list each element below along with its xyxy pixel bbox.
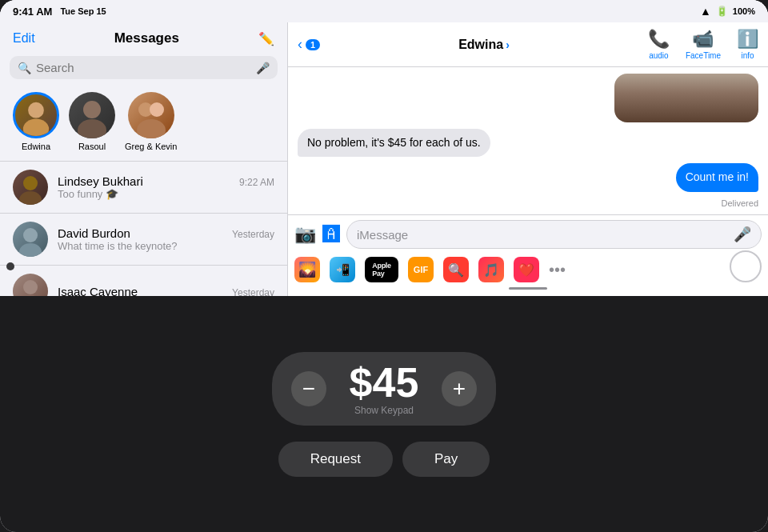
msg-time-lindsey: 9:22 AM xyxy=(239,177,274,188)
msg-content-lindsey: Lindsey Bukhari 9:22 AM Too funny 🎓 xyxy=(58,174,274,200)
svg-point-0 xyxy=(28,102,44,118)
imessage-input[interactable]: iMessage 🎤 xyxy=(346,220,762,249)
search-messages-icon[interactable]: 🔍 xyxy=(443,257,469,282)
status-date: Tue Sep 15 xyxy=(60,6,106,16)
imessage-placeholder: iMessage xyxy=(357,228,408,242)
audio-input-icon[interactable]: 🎤 xyxy=(734,226,751,243)
battery-level: 100% xyxy=(733,6,755,16)
chat-input-row: 📷 🅰 iMessage 🎤 xyxy=(294,220,762,249)
facetime-label: FaceTime xyxy=(686,51,721,60)
status-time: 9:41 AM xyxy=(13,6,52,18)
avatar-item-greg-kevin[interactable]: Greg & Kevin xyxy=(125,92,177,151)
search-bar[interactable]: 🔍 🎤 xyxy=(10,56,278,79)
avatar-lindsey xyxy=(13,170,48,205)
gif-icon[interactable]: GIF xyxy=(408,257,434,282)
pay-plus-button[interactable]: + xyxy=(442,371,477,406)
pay-amount-value: $45 xyxy=(350,362,419,403)
chat-actions: 📞 audio 📹 FaceTime ℹ️ info xyxy=(648,29,758,60)
svg-point-5 xyxy=(150,102,164,117)
music-icon[interactable]: 🎵 xyxy=(478,257,504,282)
app-store-button[interactable]: 🅰 xyxy=(322,224,340,245)
avatar-row: Edwina Rasoul Greg & Kevin xyxy=(0,86,287,161)
compose-button[interactable]: ✏️ xyxy=(258,31,274,46)
pay-amount-display: $45 Show Keypad xyxy=(326,362,442,416)
pay-action-buttons: Request Pay xyxy=(278,442,490,477)
svg-point-3 xyxy=(78,119,106,138)
audio-call-button[interactable]: 📞 audio xyxy=(648,29,670,60)
divider xyxy=(509,287,547,290)
apps-icon[interactable]: 📲 xyxy=(330,257,355,282)
pay-minus-button[interactable]: − xyxy=(291,371,326,406)
msg-name-lindsey: Lindsey Bukhari xyxy=(58,174,143,188)
wifi-icon: ▲ xyxy=(700,5,711,18)
request-button[interactable]: Request xyxy=(278,442,393,477)
back-badge: 1 xyxy=(306,39,320,50)
svg-point-2 xyxy=(83,101,101,118)
edit-button[interactable]: Edit xyxy=(13,31,35,46)
facetime-button[interactable]: 📹 FaceTime xyxy=(686,29,721,60)
info-label: info xyxy=(741,51,754,60)
apple-pay-icon[interactable]: ApplePay xyxy=(365,257,398,282)
contact-name-text: Edwina xyxy=(458,38,503,52)
photo-inner xyxy=(614,74,758,122)
info-button[interactable]: ℹ️ info xyxy=(737,29,758,60)
avatar-item-rasoul[interactable]: Rasoul xyxy=(69,92,115,151)
avatar-david xyxy=(13,222,48,257)
contact-name[interactable]: Edwina › xyxy=(458,38,510,52)
status-bar: 9:41 AM Tue Sep 15 ▲ 🔋 100% xyxy=(0,0,768,22)
svg-point-12 xyxy=(19,295,42,296)
messages-sidebar: Edit Messages ✏️ 🔍 🎤 Edwina xyxy=(0,0,288,296)
sidebar-title: Messages xyxy=(35,30,258,46)
home-button[interactable] xyxy=(730,250,762,282)
audio-label: audio xyxy=(649,51,668,60)
conversation-lindsey[interactable]: Lindsey Bukhari 9:22 AM Too funny 🎓 xyxy=(0,161,287,213)
show-keypad-label[interactable]: Show Keypad xyxy=(354,405,414,416)
photo-message xyxy=(614,74,758,122)
pay-amount-control: − $45 Show Keypad + xyxy=(272,352,496,426)
avatar-circle-rasoul xyxy=(69,92,115,138)
heart-icon[interactable]: ❤️ xyxy=(514,257,539,282)
msg-time-isaac: Yesterday xyxy=(232,287,274,297)
msg-content-david: David Burdon Yesterday What time is the … xyxy=(58,226,274,252)
chat-messages: No problem, it's $45 for each of us. Cou… xyxy=(288,67,768,214)
avatar-circle-greg xyxy=(128,92,174,138)
contact-chevron-icon: › xyxy=(506,38,510,51)
back-chevron-icon: ‹ xyxy=(298,36,302,53)
svg-point-11 xyxy=(23,280,38,294)
pay-button[interactable]: Pay xyxy=(402,442,490,477)
message-list: Lindsey Bukhari 9:22 AM Too funny 🎓 Davi… xyxy=(0,161,287,296)
svg-point-10 xyxy=(19,243,42,257)
message-sent: Count me in! xyxy=(676,163,758,192)
apple-pay-section: − $45 Show Keypad + Request Pay xyxy=(0,296,768,532)
camera-button[interactable]: 📷 xyxy=(294,224,316,245)
conversation-isaac[interactable]: Isaac Cayenne Yesterday xyxy=(0,265,287,296)
msg-content-isaac: Isaac Cayenne Yesterday xyxy=(58,285,274,297)
app-strip: 🌄 📲 ApplePay GIF 🔍 🎵 ❤️ ••• xyxy=(294,254,762,286)
side-dot xyxy=(6,262,14,270)
video-icon: 📹 xyxy=(692,29,714,50)
avatar-label-rasoul: Rasoul xyxy=(78,142,106,151)
chat-pane: ‹ 1 Edwina › 📞 audio 📹 FaceTime xyxy=(288,0,768,296)
search-icon: 🔍 xyxy=(18,62,31,74)
back-button[interactable]: ‹ 1 xyxy=(298,36,320,53)
more-apps-icon[interactable]: ••• xyxy=(549,261,566,279)
avatar-circle-edwina xyxy=(13,92,59,138)
avatar-label-greg-kevin: Greg & Kevin xyxy=(125,142,177,151)
msg-preview-david: What time is the keynote? xyxy=(58,240,274,252)
msg-name-david: David Burdon xyxy=(58,226,130,240)
info-icon: ℹ️ xyxy=(737,29,758,50)
svg-point-9 xyxy=(23,228,38,242)
mic-icon[interactable]: 🎤 xyxy=(256,62,270,74)
chat-input-area: 📷 🅰 iMessage 🎤 🌄 📲 ApplePay GIF 🔍 xyxy=(288,214,768,296)
conversation-david[interactable]: David Burdon Yesterday What time is the … xyxy=(0,213,287,265)
avatar-item-edwina[interactable]: Edwina xyxy=(13,92,59,151)
chat-header: ‹ 1 Edwina › 📞 audio 📹 FaceTime xyxy=(288,22,768,67)
top-section: Edit Messages ✏️ 🔍 🎤 Edwina xyxy=(0,0,768,296)
svg-point-8 xyxy=(19,191,42,205)
search-input[interactable] xyxy=(36,61,251,74)
svg-point-6 xyxy=(137,119,166,138)
phone-icon: 📞 xyxy=(648,29,670,50)
ipad-frame: 9:41 AM Tue Sep 15 ▲ 🔋 100% Edit Message… xyxy=(0,0,768,532)
svg-point-7 xyxy=(23,176,38,190)
photos-app-icon[interactable]: 🌄 xyxy=(294,257,320,282)
